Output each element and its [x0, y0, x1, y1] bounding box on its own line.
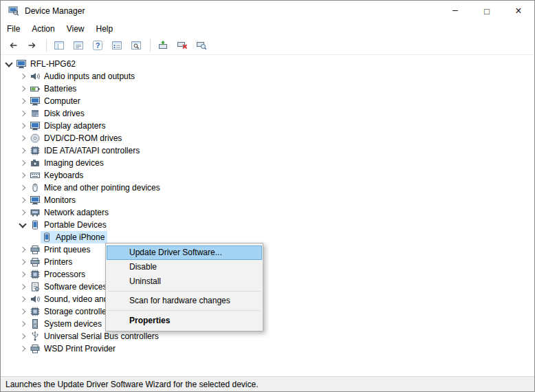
- tree-item[interactable]: Printers: [1, 256, 534, 268]
- uninstall-button[interactable]: [173, 37, 191, 54]
- chevron-right-icon[interactable]: [17, 70, 29, 83]
- find-button[interactable]: [127, 37, 145, 54]
- tree-item[interactable]: DVD/CD-ROM drives: [1, 132, 534, 144]
- chevron-right-icon[interactable]: [17, 144, 29, 157]
- menu-view[interactable]: View: [61, 23, 90, 35]
- toolbar-separator: [150, 39, 151, 52]
- tree-item[interactable]: Software devices: [1, 281, 534, 293]
- tree-item-label: WSD Print Provider: [43, 343, 118, 354]
- menu-item-disable[interactable]: Disable: [107, 260, 262, 274]
- tree-item-label: Print queues: [43, 244, 92, 255]
- scan-hardware-button[interactable]: [193, 37, 210, 54]
- update-driver-icon: [157, 40, 168, 51]
- chevron-right-icon[interactable]: [17, 107, 29, 120]
- toolbar: ?: [1, 36, 534, 55]
- system-device-icon: [30, 318, 41, 329]
- tree-item[interactable]: Print queues: [1, 243, 534, 256]
- tree-item-label: System devices: [43, 318, 104, 329]
- chevron-right-icon[interactable]: [17, 293, 29, 305]
- menu-action[interactable]: Action: [26, 23, 60, 35]
- show-console-tree-button[interactable]: [50, 37, 68, 54]
- maximize-icon: □: [484, 6, 490, 17]
- tree-item[interactable]: Processors: [1, 268, 534, 281]
- status-text: Launches the Update Driver Software Wiza…: [6, 380, 259, 389]
- menu-item-update-driver-software[interactable]: Update Driver Software...: [107, 246, 262, 260]
- tree-item[interactable]: Imaging devices: [1, 157, 534, 169]
- chevron-right-icon[interactable]: [17, 342, 29, 355]
- menu-item-uninstall[interactable]: Uninstall: [107, 274, 262, 289]
- tree-item-label: Software devices: [43, 281, 109, 292]
- tree-item[interactable]: Keyboards: [1, 169, 534, 182]
- tree-item[interactable]: Universal Serial Bus controllers: [1, 330, 534, 342]
- chevron-right-icon[interactable]: [17, 182, 29, 194]
- status-bar: Launches the Update Driver Software Wiza…: [1, 376, 534, 391]
- minimize-button[interactable]: –: [439, 1, 471, 21]
- tree-item[interactable]: Display adapters: [1, 120, 534, 132]
- properties-icon: [111, 40, 122, 51]
- update-driver-button[interactable]: [154, 37, 172, 54]
- chevron-right-icon[interactable]: [17, 132, 29, 144]
- svg-text:?: ?: [96, 41, 100, 50]
- tree-item-label: Audio inputs and outputs: [43, 71, 137, 82]
- software-icon: [30, 281, 41, 292]
- chevron-right-icon[interactable]: [17, 120, 29, 132]
- computer-icon: [30, 96, 41, 107]
- chevron-right-icon[interactable]: [17, 95, 29, 107]
- forward-button[interactable]: [23, 37, 41, 54]
- battery-icon: [30, 83, 41, 94]
- tree-item[interactable]: Sound, video and game controllers: [1, 293, 534, 305]
- tree-item[interactable]: Storage controllers: [1, 305, 534, 318]
- tree-item-label: Universal Serial Bus controllers: [43, 331, 161, 342]
- chevron-right-icon[interactable]: [17, 157, 29, 169]
- chevron-down-icon[interactable]: [3, 58, 15, 70]
- chevron-right-icon[interactable]: [17, 206, 29, 219]
- chevron-right-icon[interactable]: [17, 256, 29, 268]
- tree-item[interactable]: RFL-HPG62: [1, 58, 534, 70]
- export-list-button[interactable]: [69, 37, 87, 54]
- help-button[interactable]: ?: [89, 37, 107, 54]
- processor-chip-icon: [30, 269, 41, 280]
- menu-help[interactable]: Help: [91, 23, 119, 35]
- tree-item[interactable]: Audio inputs and outputs: [1, 70, 534, 83]
- tree-item[interactable]: System devices: [1, 318, 534, 330]
- tree-item[interactable]: Computer: [1, 95, 534, 107]
- chevron-right-icon[interactable]: [17, 194, 29, 206]
- tree-item-selected[interactable]: Apple iPhone: [1, 231, 534, 243]
- tree-item[interactable]: Network adapters: [1, 206, 534, 219]
- chevron-right-icon[interactable]: [17, 83, 29, 95]
- tree-item[interactable]: Portable Devices: [1, 219, 534, 231]
- chevron-right-icon[interactable]: [17, 330, 29, 342]
- chevron-right-icon[interactable]: [17, 318, 29, 330]
- chevron-right-icon[interactable]: [17, 305, 29, 318]
- chevron-right-icon[interactable]: [17, 169, 29, 182]
- chevron-down-icon[interactable]: [17, 219, 29, 231]
- chevron-right-icon[interactable]: [17, 268, 29, 281]
- tree-item[interactable]: Mice and other pointing devices: [1, 182, 534, 194]
- menu-file[interactable]: File: [1, 23, 25, 35]
- maximize-button[interactable]: □: [471, 1, 503, 21]
- tree-item-label: Storage controllers: [43, 306, 116, 317]
- controller-chip-icon: [30, 306, 41, 317]
- tree-item-label: Portable Devices: [43, 219, 109, 230]
- tree-item-label: DVD/CD-ROM drives: [43, 133, 124, 144]
- tree-item[interactable]: IDE ATA/ATAPI controllers: [1, 144, 534, 157]
- tree-item[interactable]: WSD Print Provider: [1, 342, 534, 355]
- tree-item-label: Computer: [43, 96, 83, 107]
- chevron-right-icon[interactable]: [17, 243, 29, 256]
- printer-icon: [30, 343, 41, 354]
- menu-separator: [108, 310, 261, 311]
- chevron-spacer: [29, 231, 41, 243]
- window-title: Device Manager: [25, 6, 85, 16]
- back-button[interactable]: [4, 37, 22, 54]
- menu-item-properties[interactable]: Properties: [107, 313, 262, 329]
- tree-item[interactable]: Disk drives: [1, 107, 534, 120]
- chevron-right-icon[interactable]: [17, 281, 29, 293]
- help-icon: ?: [92, 40, 103, 51]
- close-button[interactable]: ×: [503, 1, 534, 21]
- network-adapter-icon: [30, 207, 41, 218]
- menu-item-scan-for-hardware-changes[interactable]: Scan for hardware changes: [107, 294, 262, 308]
- tree-item[interactable]: Monitors: [1, 194, 534, 206]
- tree-item[interactable]: Batteries: [1, 83, 534, 95]
- properties-button[interactable]: [108, 37, 126, 54]
- tree-item-label: Batteries: [43, 83, 78, 94]
